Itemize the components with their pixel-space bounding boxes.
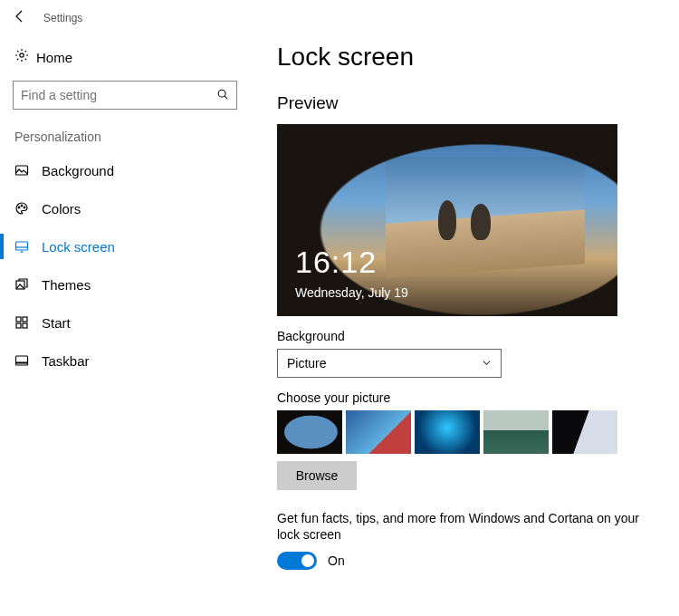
preview-date: Wednesday, July 19 [295, 285, 408, 300]
back-button[interactable] [5, 9, 34, 26]
tips-label: Get fun facts, tips, and more from Windo… [277, 510, 661, 543]
sidebar-item-label: Taskbar [42, 353, 90, 369]
sidebar-item-taskbar[interactable]: Taskbar [13, 342, 244, 380]
choose-picture-label: Choose your picture [277, 390, 661, 405]
sidebar-item-lock-screen[interactable]: Lock screen [13, 227, 244, 265]
sidebar-item-start[interactable]: Start [13, 303, 244, 342]
preview-time: 16:12 [295, 245, 377, 280]
background-dropdown[interactable]: Picture [277, 349, 502, 378]
background-label: Background [277, 329, 661, 343]
picture-thumb[interactable] [277, 410, 342, 454]
sidebar-item-label: Themes [42, 277, 91, 293]
preview-heading: Preview [277, 93, 661, 113]
svg-rect-11 [23, 323, 27, 328]
section-label: Personalization [13, 130, 244, 144]
browse-button[interactable]: Browse [277, 461, 357, 490]
picture-icon [14, 163, 42, 178]
home-label: Home [36, 50, 72, 65]
sidebar-item-label: Lock screen [42, 239, 115, 255]
svg-point-1 [218, 90, 225, 97]
sidebar-item-themes[interactable]: Themes [13, 265, 244, 303]
picture-thumbnails [277, 410, 661, 454]
home-button[interactable]: Home [13, 41, 244, 73]
background-selected: Picture [287, 356, 327, 371]
svg-rect-10 [16, 323, 21, 328]
taskbar-icon [14, 353, 42, 368]
sidebar-item-background[interactable]: Background [13, 151, 244, 189]
picture-thumb[interactable] [483, 410, 549, 454]
sidebar-item-label: Start [42, 315, 71, 331]
svg-point-3 [18, 207, 20, 208]
content: Lock screen Preview 16:12 Wednesday, Jul… [244, 41, 679, 570]
search-input[interactable] [21, 88, 216, 102]
lock-screen-preview: 16:12 Wednesday, July 19 [277, 124, 617, 316]
palette-icon [14, 201, 42, 216]
sidebar-item-colors[interactable]: Colors [13, 189, 244, 227]
arrow-left-icon [13, 9, 27, 24]
nav: Background Colors Lock screen Themes Sta… [13, 151, 244, 380]
themes-icon [14, 277, 42, 292]
svg-rect-8 [16, 317, 21, 322]
page-title: Lock screen [277, 43, 661, 72]
sidebar: Home Personalization Background Colors L… [0, 41, 244, 570]
chevron-down-icon [482, 358, 492, 370]
sidebar-item-label: Colors [42, 201, 81, 217]
start-icon [14, 315, 42, 330]
window-header: Settings [0, 0, 679, 41]
svg-point-4 [21, 205, 23, 207]
toggle-state-label: On [328, 553, 345, 568]
svg-rect-6 [16, 242, 28, 250]
tips-toggle[interactable] [277, 552, 317, 570]
picture-thumb[interactable] [346, 410, 411, 454]
svg-point-5 [24, 207, 25, 208]
gear-icon [14, 48, 36, 66]
search-icon [216, 88, 229, 103]
window-title: Settings [43, 12, 82, 24]
svg-rect-9 [23, 317, 27, 322]
sidebar-item-label: Background [42, 163, 114, 178]
picture-thumb[interactable] [415, 410, 480, 454]
svg-point-0 [20, 53, 24, 57]
lock-screen-icon [14, 239, 42, 254]
search-box[interactable] [13, 81, 237, 110]
picture-thumb[interactable] [552, 410, 617, 454]
